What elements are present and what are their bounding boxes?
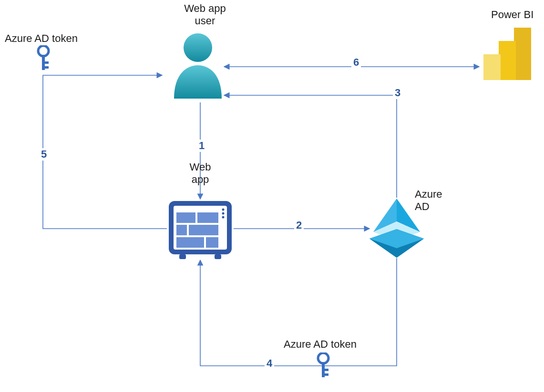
svg-rect-24 xyxy=(215,254,221,259)
svg-point-16 xyxy=(222,216,225,219)
svg-rect-32 xyxy=(514,28,531,80)
connectors xyxy=(0,0,544,392)
svg-rect-34 xyxy=(483,54,501,80)
token-bottom-label: Azure AD token xyxy=(284,338,370,351)
powerbi-label: Power BI xyxy=(491,9,544,21)
diagram-canvas: Web app user Power BI Azure AD token Web… xyxy=(0,0,544,392)
key-icon xyxy=(315,352,332,383)
svg-point-3 xyxy=(184,33,212,62)
svg-point-14 xyxy=(222,209,225,211)
svg-rect-22 xyxy=(206,237,218,248)
azuread-icon xyxy=(370,198,424,261)
svg-rect-11 xyxy=(322,373,328,376)
svg-rect-10 xyxy=(322,369,328,371)
svg-rect-18 xyxy=(197,212,218,223)
step-1: 1 xyxy=(197,140,206,152)
svg-point-8 xyxy=(318,353,328,363)
svg-rect-23 xyxy=(179,254,186,259)
step-5: 5 xyxy=(39,148,49,161)
svg-point-4 xyxy=(38,46,49,56)
webapp-label: Web app xyxy=(181,161,219,186)
svg-rect-20 xyxy=(189,225,218,235)
user-label: Web app user xyxy=(176,2,234,28)
step-2: 2 xyxy=(294,219,304,231)
user-icon xyxy=(169,30,226,103)
svg-rect-6 xyxy=(42,61,49,64)
webapp-icon xyxy=(167,199,234,262)
svg-rect-21 xyxy=(176,237,204,248)
svg-rect-7 xyxy=(42,66,49,69)
step-4: 4 xyxy=(265,357,274,370)
step-3: 3 xyxy=(393,87,402,99)
powerbi-icon xyxy=(482,28,534,84)
svg-rect-33 xyxy=(499,41,516,80)
svg-rect-17 xyxy=(176,212,195,223)
token-left-label: Azure AD token xyxy=(5,32,91,45)
key-icon xyxy=(35,45,52,76)
svg-point-15 xyxy=(222,212,225,215)
svg-rect-19 xyxy=(176,225,187,235)
step-6: 6 xyxy=(351,56,361,69)
